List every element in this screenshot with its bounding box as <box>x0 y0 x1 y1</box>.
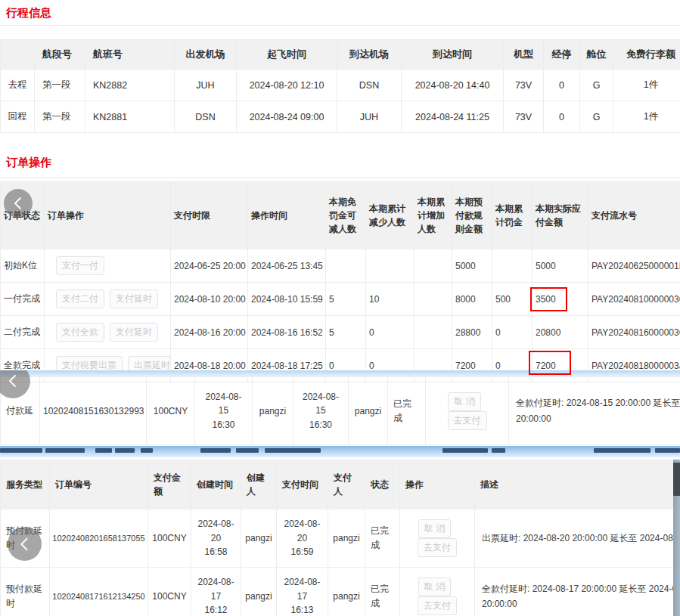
col-header-dep-time: 起飞时间 <box>237 40 337 70</box>
col-header-arr-airport: 到达机场 <box>337 40 402 70</box>
col-header: 本期累计增加人数 <box>415 182 452 249</box>
order-table-row: 二付完成 支付全款支付延时 2024-08-16 20:00 2024-08-1… <box>1 316 680 349</box>
cell-pay-flow-no: PAY202408100000036DT <box>588 283 680 316</box>
cell-cum-penalty: 500 <box>492 283 533 316</box>
cell-arr-airport: DSN <box>337 70 402 101</box>
cell-direction: 回程 <box>1 101 35 133</box>
col-header: 支付人 <box>328 460 365 509</box>
cell-pay-amount: 100CNY <box>148 568 191 616</box>
cell-dep-airport: JUH <box>175 70 237 101</box>
cell-flight-no: KN2882 <box>85 70 175 101</box>
scroll-smudge <box>45 448 85 453</box>
cell-aircraft: 73V <box>504 101 544 133</box>
col-header-segment: 航段号 <box>35 40 85 70</box>
chevron-left-icon <box>12 196 24 211</box>
cell-cum-decrease: 10 <box>366 283 415 316</box>
prev-page-button[interactable] <box>8 527 42 561</box>
col-header: 创建人 <box>241 460 277 509</box>
scroll-smudge <box>115 448 135 453</box>
cell-segment: 第一段 <box>35 101 85 133</box>
cell-pay-time: 2024-08- 17 16:13 <box>277 568 328 616</box>
cancel-button[interactable]: 取 消 <box>418 577 451 596</box>
cell-order-no: 10202408171612134250 <box>50 568 148 616</box>
cell-baggage: 1件 <box>613 101 680 133</box>
col-header: 本期实际应付金额 <box>533 182 588 249</box>
order-table-row: 一付完成 支付二付支付延时 2024-08-10 20:00 2024-08-1… <box>1 283 680 316</box>
cell-description: 全款付延时: 2024-08-15 20:00:00 延长至 2 20:00:0… <box>509 377 680 445</box>
cancel-button[interactable]: 取 消 <box>418 519 451 538</box>
cell-op-time: 2024-08-10 15:59 <box>248 283 326 316</box>
cell-pay-deadline: 2024-08-10 20:00 <box>171 283 248 316</box>
col-header-baggage: 免费行李额 <box>613 40 680 70</box>
vertical-scrollbar[interactable] <box>673 460 680 616</box>
pay-action-button[interactable]: 支付全款 <box>56 323 104 342</box>
col-header: 状态 <box>365 460 400 509</box>
cell-payer: pangzi <box>328 509 365 568</box>
cell-cabin: G <box>580 70 613 101</box>
cell-payer: pangzi <box>349 377 388 445</box>
col-header: 操作时间 <box>248 182 326 249</box>
horizontal-scrollbar[interactable] <box>0 446 680 457</box>
cell-order-no: 10202408201658137055 <box>50 509 148 568</box>
cell-description: 全款付延时: 2024-08-17 20:00:00 延长至 2024-08-1… <box>475 568 674 616</box>
scroll-smudge <box>200 448 231 453</box>
service-table-viewport: 服务类型订单编号支付金额创建时间创建人支付时间支付人状态操作描述 预付款延 时 … <box>0 460 680 616</box>
delay-table-row: 付款延 10202408151630132993 100CNY 2024-08-… <box>1 377 680 445</box>
scroll-smudge <box>0 448 42 453</box>
cell-status: 已完 成 <box>365 568 400 616</box>
prev-page-button[interactable] <box>4 189 33 218</box>
go-pay-button[interactable]: 去支付 <box>418 538 457 557</box>
delay-action-button[interactable]: 支付延时 <box>110 289 158 308</box>
scroll-smudge <box>594 448 651 453</box>
pay-action-button[interactable]: 支付二付 <box>56 289 104 308</box>
delay-table: 付款延 10202408151630132993 100CNY 2024-08-… <box>0 376 680 445</box>
cell-cabin: G <box>580 101 613 133</box>
collapsed-header-strip <box>0 370 680 376</box>
cancel-button[interactable]: 取 消 <box>448 392 480 411</box>
col-header: 操作 <box>400 460 475 509</box>
cell-order-actions: 支付一付 <box>45 249 171 283</box>
cell-op-time: 2024-06-25 13:45 <box>248 249 326 283</box>
col-header: 支付金额 <box>148 460 191 509</box>
cell-create-time: 2024-08- 17 16:12 <box>191 568 241 616</box>
col-header-stops: 经停 <box>544 40 580 70</box>
cell-dep-time: 2024-08-24 09:00 <box>237 101 337 133</box>
col-header-arr-time: 到达时间 <box>402 40 504 70</box>
col-header: 本期累计罚金 <box>492 182 533 249</box>
flight-table: 航段号 航班号 出发机场 起飞时间 到达机场 到达时间 机型 经停 舱位 免费行… <box>0 39 680 133</box>
cell-description: 出票延时: 2024-08-20 20:00:00 延长至 2024-08-21… <box>475 509 674 568</box>
cell-pay-flow-no: PAY20240816000003GO8 <box>588 316 680 349</box>
cell-actions: 取 消去支付 <box>426 377 509 445</box>
flight-table-wrapper: 航段号 航班号 出发机场 起飞时间 到达机场 到达时间 机型 经停 舱位 免费行… <box>0 39 680 133</box>
flight-table-row: 回程 第一段 KN2881 DSN 2024-08-24 09:00 JUH 2… <box>1 101 680 133</box>
scrollbar-thumb[interactable] <box>673 463 680 496</box>
scroll-smudge <box>236 448 259 453</box>
cell-segment: 第一段 <box>35 70 85 101</box>
col-header: 本期累计减少人数 <box>366 182 415 249</box>
col-header-flight-no: 航班号 <box>85 40 175 70</box>
cell-pay-deadline: 2024-08-16 20:00 <box>171 316 248 349</box>
cell-actual-due: 5000 <box>533 249 588 283</box>
delay-action-button[interactable]: 支付延时 <box>110 323 158 342</box>
service-table-header-row: 服务类型订单编号支付金额创建时间创建人支付时间支付人状态操作描述 <box>1 460 674 509</box>
service-table-row: 预付款延 时 10202408171612134250 100CNY 2024-… <box>1 568 674 616</box>
go-pay-button[interactable]: 去支付 <box>418 596 457 615</box>
flight-table-header-row: 航段号 航班号 出发机场 起飞时间 到达机场 到达时间 机型 经停 舱位 免费行… <box>1 40 680 70</box>
cell-prepay-rule-amount: 5000 <box>452 249 492 283</box>
col-header <box>1 40 35 70</box>
cell-baggage: 1件 <box>613 70 680 101</box>
pay-action-button[interactable]: 支付一付 <box>56 256 104 275</box>
annotation-box-7200 <box>529 351 571 375</box>
service-table: 服务类型订单编号支付金额创建时间创建人支付时间支付人状态操作描述 预付款延 时 … <box>0 460 674 616</box>
cell-create-time: 2024-08- 20 16:58 <box>191 509 241 568</box>
cell-actions: 取 消去支付 <box>400 509 475 568</box>
go-pay-button[interactable]: 去支付 <box>448 411 487 430</box>
order-table-wrapper: 订单状态订单操作支付时限操作时间本期免罚金可减人数本期累计减少人数本期累计增加人… <box>0 181 680 382</box>
order-table: 订单状态订单操作支付时限操作时间本期免罚金可减人数本期累计减少人数本期累计增加人… <box>0 181 680 382</box>
cell-cum-increase <box>415 283 452 316</box>
cell-aircraft: 73V <box>504 70 544 101</box>
flight-table-row: 去程 第一段 KN2882 JUH 2024-08-20 12:10 DSN 2… <box>1 70 680 101</box>
col-header: 订单编号 <box>50 460 148 509</box>
cell-order-actions: 支付全款支付延时 <box>45 316 171 349</box>
col-header: 创建时间 <box>191 460 241 509</box>
